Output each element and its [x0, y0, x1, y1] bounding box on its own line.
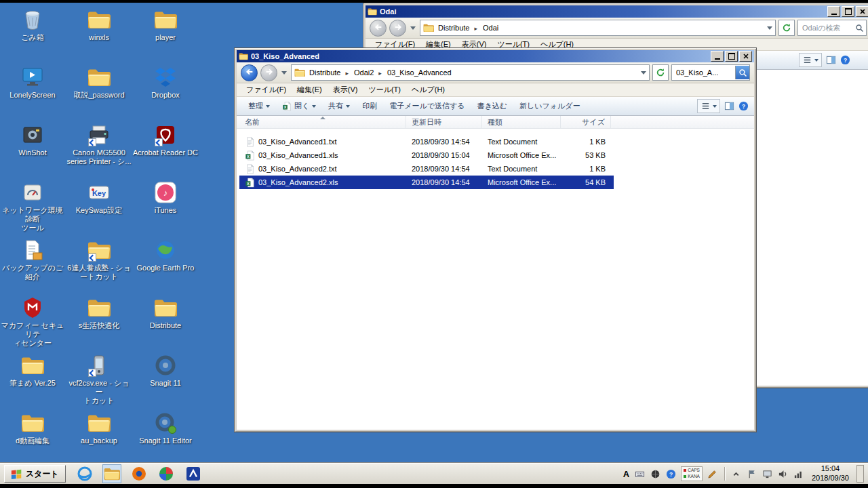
foreground-window[interactable]: 03_Kiso_Advanced DistributeOdai203_Kiso_…: [234, 47, 757, 432]
desktop-icon[interactable]: Snagit 11: [133, 354, 198, 388]
refresh-button[interactable]: [778, 20, 795, 36]
desktop-icon[interactable]: 取説_password: [66, 66, 132, 100]
file-row[interactable]: 03_Kiso_Advanced2.txt2018/09/30 14:54Tex…: [239, 162, 614, 176]
desktop-icon[interactable]: Canon MG5500 series Printer - シ...: [66, 123, 132, 166]
help-icon[interactable]: ?: [840, 55, 850, 65]
desktop-icon[interactable]: au_backup: [66, 411, 132, 445]
desktop-icon[interactable]: Acrobat Reader DC: [133, 123, 198, 157]
toolbar-button-3[interactable]: 印刷: [356, 99, 383, 113]
ime-pad-icon[interactable]: [634, 468, 645, 479]
view-selector[interactable]: [799, 53, 822, 67]
desktop-icon[interactable]: player: [133, 8, 198, 42]
desktop-icon[interactable]: Google Earth Pro: [133, 239, 198, 272]
desktop-icon[interactable]: ネットワーク環境診断 ツール: [0, 181, 65, 233]
action-center-icon[interactable]: [747, 468, 757, 479]
signal-icon[interactable]: [793, 468, 804, 479]
search-input-value[interactable]: 03_Kiso_A...: [676, 68, 734, 77]
forward-button[interactable]: [389, 20, 406, 37]
quicklaunch-windows-explorer-icon[interactable]: [102, 464, 121, 483]
file-row[interactable]: 03_Kiso_Advanced1.txt2018/09/30 14:54Tex…: [239, 135, 614, 148]
desktop-icon[interactable]: 筆まめ Ver.25: [0, 354, 65, 388]
maximize-button[interactable]: [842, 6, 854, 17]
volume-icon[interactable]: [778, 468, 789, 479]
menu-item[interactable]: ヘルプ(H): [406, 84, 450, 96]
column-header-0[interactable]: 名前: [239, 116, 406, 128]
pen-input-icon[interactable]: [707, 468, 718, 479]
quicklaunch-internet-explorer-icon[interactable]: [75, 464, 94, 483]
desktop-icon[interactable]: 6達人養成塾 - ショ ートカット: [66, 239, 132, 281]
close-button[interactable]: [856, 6, 868, 17]
menu-item[interactable]: ファイル(F): [241, 84, 292, 96]
address-bar[interactable]: DistributeOdai: [420, 20, 776, 36]
refresh-button[interactable]: [652, 64, 669, 81]
desktop-icon[interactable]: Dropbox: [133, 66, 198, 100]
desktop-icon[interactable]: ごみ箱: [0, 8, 65, 42]
breadcrumb-item[interactable]: 03_Kiso_Advanced: [384, 68, 454, 77]
toolbar-button-6[interactable]: 新しいフォルダー: [513, 99, 587, 113]
toolbar-button-4[interactable]: 電子メールで送信する: [383, 99, 471, 113]
close-button[interactable]: [739, 51, 752, 62]
desktop[interactable]: ごみ箱winxlsplayerLonelyScreen取説_passwordDr…: [0, 3, 868, 484]
breadcrumb-item[interactable]: Distribute: [435, 23, 480, 33]
quicklaunch-colorful-app-icon[interactable]: [157, 464, 176, 483]
toolbar-button-5[interactable]: 書き込む: [471, 99, 514, 113]
breadcrumb-item[interactable]: Distribute: [307, 68, 351, 77]
desktop-icon[interactable]: s生活快適化: [66, 296, 132, 330]
desktop-icon[interactable]: ♪iTunes: [133, 181, 198, 215]
breadcrumb-item[interactable]: Odai: [480, 23, 501, 33]
desktop-icon[interactable]: WinShot: [0, 123, 65, 157]
ime-mode-indicator[interactable]: A: [623, 469, 629, 479]
preview-pane-icon[interactable]: [724, 101, 734, 111]
file-row[interactable]: X03_Kiso_Advanced2.xls2018/09/30 14:54Mi…: [239, 176, 614, 189]
desktop-icon[interactable]: バックアップのご紹介: [0, 239, 65, 281]
menu-item[interactable]: 編集(E): [292, 84, 328, 96]
desktop-icon[interactable]: Distribute: [133, 296, 198, 330]
minimize-button[interactable]: [827, 6, 840, 17]
background-window-titlebar[interactable]: Odai: [366, 5, 868, 18]
taskbar-clock[interactable]: 15:04 2018/09/30: [812, 464, 849, 483]
search-box[interactable]: 03_Kiso_A...: [671, 64, 750, 81]
address-bar[interactable]: DistributeOdai203_Kiso_Advanced: [291, 64, 650, 81]
breadcrumb-item[interactable]: Odai2: [351, 68, 384, 77]
quicklaunch-media-player-icon[interactable]: [130, 464, 149, 483]
address-dropdown-icon[interactable]: [767, 26, 772, 30]
desktop-icon[interactable]: LonelyScreen: [0, 66, 65, 100]
ime-tool-icon[interactable]: [650, 468, 660, 479]
back-button[interactable]: [241, 64, 258, 81]
start-button[interactable]: スタート: [4, 465, 66, 483]
network-icon[interactable]: [762, 468, 773, 479]
history-dropdown-icon[interactable]: [281, 71, 287, 75]
desktop-icon[interactable]: winxls: [66, 8, 132, 42]
menu-item[interactable]: ツール(T): [363, 84, 406, 96]
column-header-2[interactable]: 種類: [482, 116, 561, 128]
hidden-icons-button[interactable]: [731, 468, 742, 479]
maximize-button[interactable]: [725, 51, 738, 62]
file-row[interactable]: X03_Kiso_Advanced1.xls2018/09/30 15:04Mi…: [239, 148, 614, 162]
minimize-button[interactable]: [711, 51, 724, 62]
column-header-3[interactable]: サイズ: [561, 116, 611, 128]
forward-button[interactable]: [260, 64, 277, 81]
address-dropdown-icon[interactable]: [641, 71, 646, 75]
file-list[interactable]: 03_Kiso_Advanced1.txt2018/09/30 14:54Tex…: [237, 129, 754, 430]
history-dropdown-icon[interactable]: [410, 26, 416, 30]
help-icon[interactable]: ?: [738, 101, 749, 111]
desktop-icon[interactable]: マカフィー セキュリテ ィセンター: [0, 296, 65, 348]
toolbar-button-1[interactable]: X開く: [276, 99, 322, 113]
foreground-window-titlebar[interactable]: 03_Kiso_Advanced: [237, 50, 754, 62]
search-box[interactable]: Odaiの検索: [797, 20, 867, 36]
search-go-button[interactable]: [735, 66, 749, 79]
desktop-icon[interactable]: KeyKeySwap設定: [66, 181, 132, 215]
desktop-icon[interactable]: Snagit 11 Editor: [133, 411, 198, 445]
column-header-1[interactable]: 更新日時: [406, 116, 482, 128]
search-icon[interactable]: [852, 21, 866, 35]
preview-pane-icon[interactable]: [826, 55, 836, 65]
ime-help-icon[interactable]: ?: [665, 468, 676, 479]
back-button[interactable]: [370, 20, 387, 37]
toolbar-button-0[interactable]: 整理: [242, 99, 276, 113]
toolbar-button-2[interactable]: 共有: [322, 99, 356, 113]
desktop-icon[interactable]: vcf2csv.exe - ショー トカット: [66, 354, 132, 406]
caps-kana-indicator[interactable]: CAPS KANA: [681, 466, 703, 481]
menu-item[interactable]: 表示(V): [328, 84, 363, 96]
view-selector[interactable]: [697, 99, 720, 113]
show-desktop-button[interactable]: [856, 465, 864, 483]
